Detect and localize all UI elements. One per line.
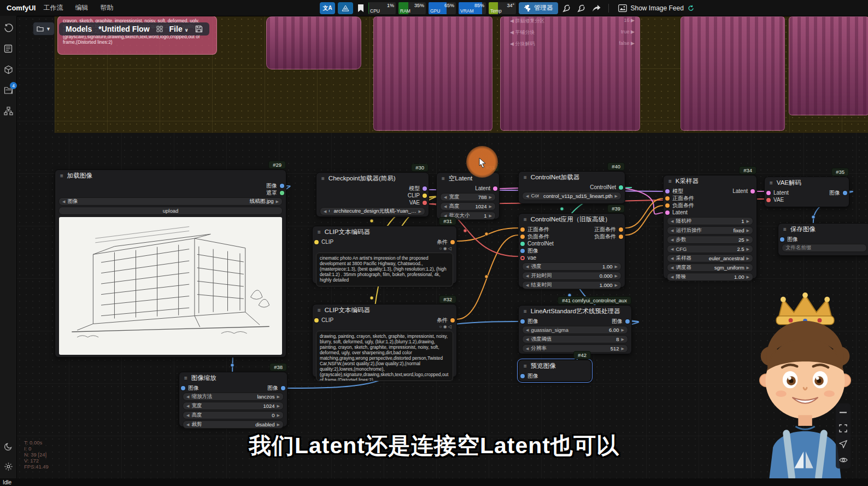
output-slot-图像[interactable]: 图像 bbox=[265, 182, 286, 189]
widget-combo-Checkpoint名称[interactable]: ◀Checkpoint名称architecutre_design元线稿-Yuan… bbox=[320, 207, 425, 215]
output-slot-Latent[interactable]: Latent bbox=[473, 185, 499, 192]
node-title[interactable]: ≡预览图像 bbox=[519, 360, 591, 371]
decrement-arrow-icon[interactable]: ◀ bbox=[671, 247, 673, 251]
widget-button-upload[interactable]: upload bbox=[58, 207, 283, 215]
slot-dot[interactable] bbox=[281, 386, 285, 390]
settings-button[interactable] bbox=[3, 461, 14, 472]
node-title[interactable]: ≡Checkpoint加载器(简易) bbox=[316, 173, 429, 184]
widget-combo-降噪[interactable]: ◀降噪1.00▶ bbox=[667, 273, 753, 281]
decrement-arrow-icon[interactable]: ◀ bbox=[526, 265, 529, 269]
input-slot-ControlNet[interactable]: ControlNet bbox=[519, 240, 555, 247]
widget-combo-调度器[interactable]: ◀调度器sgm_uniform▶ bbox=[667, 264, 753, 272]
output-slot-负面条件[interactable]: 负面条件 bbox=[593, 233, 625, 240]
node-load-image[interactable]: #29≡加载图像图像遮罩◀图像线稿图.jpg▶upload bbox=[55, 169, 286, 358]
decrement-arrow-icon[interactable]: ◀ bbox=[444, 204, 447, 209]
sidebar-logs-button[interactable] bbox=[3, 43, 14, 54]
increment-arrow-icon[interactable]: ▶ bbox=[615, 283, 618, 288]
textarea-control-icons[interactable]: ○ ◉ ◁ bbox=[313, 245, 456, 251]
slot-dot[interactable] bbox=[619, 227, 623, 232]
increment-arrow-icon[interactable]: ▶ bbox=[419, 209, 421, 214]
widget-combo-步数[interactable]: ◀步数25▶ bbox=[667, 236, 753, 244]
slot-dot[interactable] bbox=[314, 318, 319, 323]
slot-dot[interactable] bbox=[423, 194, 427, 198]
theme-toggle-button[interactable] bbox=[3, 441, 14, 452]
increment-arrow-icon[interactable]: ▶ bbox=[621, 328, 624, 332]
prompt-textarea[interactable]: cinematic photo An artist's impression o… bbox=[316, 253, 453, 286]
output-slot-VAE[interactable]: VAE bbox=[406, 199, 429, 206]
models-menu[interactable]: Models bbox=[66, 25, 92, 33]
node-image-scale[interactable]: #38≡图像缩放图像图像◀缩放方法lanczos▶◀宽度1024▶◀高度0▶◀裁… bbox=[179, 372, 288, 427]
node-menu-icon[interactable]: ≡ bbox=[783, 226, 787, 232]
node-menu-icon[interactable]: ≡ bbox=[668, 178, 672, 184]
increment-arrow-icon[interactable]: ▶ bbox=[277, 404, 280, 408]
output-slot-条件[interactable]: 条件 bbox=[435, 238, 456, 245]
input-slot-vae[interactable]: vae bbox=[519, 254, 555, 261]
node-controlnet-loader[interactable]: #40≡ControlNet加载器ControlNet◀ControlNet名称… bbox=[518, 171, 625, 204]
widget-combo-guassian_sigma[interactable]: ◀guassian_sigma6.00▶ bbox=[522, 326, 628, 334]
decrement-arrow-icon[interactable]: ◀ bbox=[671, 219, 673, 224]
node-vae-decode[interactable]: #35≡VAE解码LatentVAE图像 bbox=[764, 177, 849, 207]
input-slot-Latent[interactable]: Latent bbox=[765, 189, 790, 196]
increment-arrow-icon[interactable]: ▶ bbox=[747, 229, 749, 233]
notification-button-2[interactable] bbox=[576, 2, 588, 14]
slot-dot[interactable] bbox=[665, 210, 670, 215]
prompt-textarea[interactable]: drawing, painting, crayon, sketch, graph… bbox=[316, 331, 453, 381]
decrement-arrow-icon[interactable]: ◀ bbox=[526, 194, 529, 198]
increment-arrow-icon[interactable]: ▶ bbox=[489, 204, 492, 209]
slot-dot[interactable] bbox=[520, 227, 525, 232]
slot-dot[interactable] bbox=[314, 240, 319, 244]
output-slot-图像[interactable]: 图像 bbox=[828, 189, 849, 196]
increment-arrow-icon[interactable]: ▶ bbox=[615, 194, 618, 198]
widget-combo-随机种[interactable]: ◀随机种1▶ bbox=[667, 217, 753, 225]
workflow-tab-title[interactable]: *Untitled Flow bbox=[98, 25, 149, 33]
decrement-arrow-icon[interactable]: ◀ bbox=[526, 328, 529, 332]
increment-arrow-icon[interactable]: ▶ bbox=[747, 266, 749, 270]
slot-dot[interactable] bbox=[665, 196, 670, 201]
menu-workflow[interactable]: 工作流 bbox=[43, 3, 63, 13]
share-button[interactable] bbox=[590, 2, 602, 14]
output-slot-图像[interactable]: 图像 bbox=[610, 318, 631, 325]
input-slot-负面条件[interactable]: 负面条件 bbox=[519, 233, 555, 240]
node-menu-icon[interactable]: ≡ bbox=[524, 216, 527, 222]
menu-edit[interactable]: 编辑 bbox=[75, 3, 88, 13]
widget-combo-缩放方法[interactable]: ◀缩放方法lanczos▶ bbox=[183, 393, 284, 401]
slot-dot[interactable] bbox=[520, 256, 525, 260]
input-slot-图像[interactable]: 图像 bbox=[179, 384, 201, 391]
increment-arrow-icon[interactable]: ▶ bbox=[277, 395, 280, 399]
slot-dot[interactable] bbox=[423, 186, 427, 191]
widget-combo-宽度[interactable]: ◀宽度1024▶ bbox=[183, 402, 284, 410]
slot-dot[interactable] bbox=[750, 189, 755, 194]
decrement-arrow-icon[interactable]: ◀ bbox=[671, 229, 673, 233]
node-title[interactable]: ≡VAE解码 bbox=[765, 177, 849, 188]
node-title[interactable]: ≡加载图像 bbox=[55, 170, 286, 181]
widget-combo-宽度[interactable]: ◀宽度788▶ bbox=[440, 193, 496, 201]
slot-dot[interactable] bbox=[493, 186, 497, 191]
node-menu-icon[interactable]: ≡ bbox=[318, 307, 321, 313]
input-slot-CLIP[interactable]: CLIP bbox=[313, 317, 335, 324]
increment-arrow-icon[interactable]: ▶ bbox=[747, 256, 749, 261]
decrement-arrow-icon[interactable]: ◀ bbox=[186, 423, 189, 427]
slot-dot[interactable] bbox=[843, 191, 847, 195]
increment-arrow-icon[interactable]: ▶ bbox=[615, 274, 618, 278]
decrement-arrow-icon[interactable]: ◀ bbox=[671, 266, 673, 270]
workflow-folder-button[interactable]: ▼ bbox=[33, 22, 55, 36]
node-title[interactable]: ≡ControlNet应用（旧版高级） bbox=[519, 214, 625, 225]
node-ksampler[interactable]: #34≡K采样器模型正面条件负面条件LatentLatent◀随机种1▶◀运行后… bbox=[663, 175, 757, 279]
input-slot-负面条件[interactable]: 负面条件 bbox=[664, 202, 696, 209]
increment-arrow-icon[interactable]: ▶ bbox=[747, 219, 749, 224]
decrement-arrow-icon[interactable]: ◀ bbox=[526, 337, 529, 342]
increment-arrow-icon[interactable]: ▶ bbox=[615, 265, 618, 269]
slot-dot[interactable] bbox=[766, 191, 771, 195]
node-title[interactable]: ≡图像缩放 bbox=[179, 372, 287, 383]
slot-dot[interactable] bbox=[520, 242, 525, 246]
slot-dot[interactable] bbox=[520, 235, 525, 239]
sidebar-node-library-button[interactable] bbox=[3, 106, 14, 116]
slot-dot[interactable] bbox=[450, 318, 455, 323]
sidebar-history-button[interactable] bbox=[3, 22, 14, 33]
node-empty-latent[interactable]: #33≡空LatentLatent◀宽度788▶◀高度1024▶◀批次大小1▶ bbox=[436, 172, 500, 219]
widget-combo-图像[interactable]: ◀图像线稿图.jpg▶ bbox=[58, 197, 283, 206]
output-slot-条件[interactable]: 条件 bbox=[435, 317, 456, 324]
increment-arrow-icon[interactable]: ▶ bbox=[276, 200, 279, 204]
increment-arrow-icon[interactable]: ▶ bbox=[621, 337, 624, 342]
widget-combo-强度阈值[interactable]: ◀强度阈值8▶ bbox=[522, 335, 628, 343]
